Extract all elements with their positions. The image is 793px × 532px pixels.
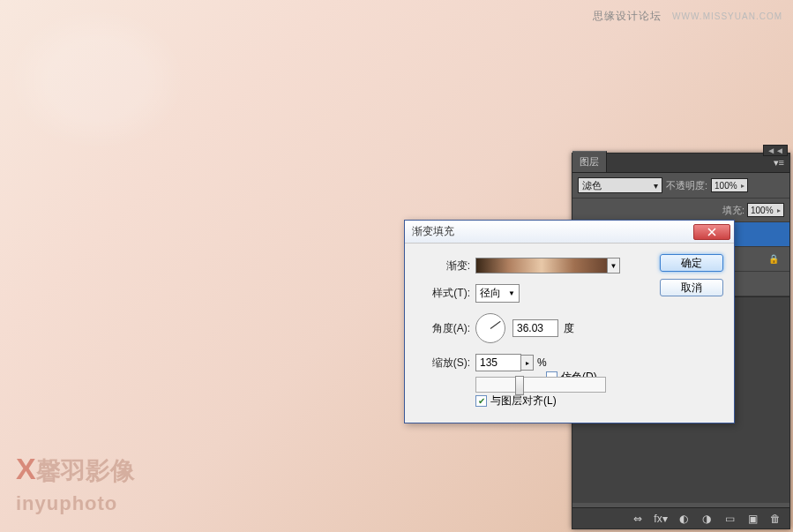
- close-icon: [707, 228, 716, 236]
- dialog-title: 渐变填充: [412, 224, 693, 239]
- cancel-button[interactable]: 取消: [660, 279, 723, 296]
- angle-label: 角度(A):: [415, 321, 470, 336]
- watermark-x: X: [16, 452, 36, 485]
- panel-collapse-icon[interactable]: ◄◄: [763, 145, 788, 156]
- dialog-body: 确定 取消 渐变: ▼ 样式(T): 径向 角度(A): 度 缩放(S): ▸ …: [405, 244, 734, 423]
- fx-icon[interactable]: fx▾: [654, 512, 668, 526]
- bg-architecture: [9, 9, 185, 150]
- fill-input[interactable]: 100%: [747, 203, 784, 217]
- gradient-label: 渐变:: [415, 259, 470, 273]
- fill-value: 100%: [751, 206, 774, 215]
- blend-opacity-row: 滤色 不透明度: 100%: [572, 173, 789, 199]
- blend-mode-select[interactable]: 滤色: [578, 177, 662, 193]
- align-label: 与图层对齐(L): [490, 393, 557, 408]
- panel-tabs: 图层 ▾≡: [572, 154, 789, 173]
- folder-icon[interactable]: ▭: [722, 512, 737, 526]
- opacity-value: 100%: [714, 181, 737, 191]
- fill-label: 填充:: [722, 204, 744, 217]
- watermark-main: 馨羽影像: [36, 457, 135, 484]
- scale-label: 缩放(S):: [415, 356, 470, 371]
- ok-button[interactable]: 确定: [660, 254, 723, 272]
- adjustment-icon[interactable]: ◑: [699, 512, 714, 526]
- angle-row: 角度(A): 度: [415, 313, 723, 343]
- opacity-input[interactable]: 100%: [711, 178, 748, 192]
- opacity-label: 不透明度:: [666, 179, 707, 192]
- lock-fill-row: 填充: 100%: [572, 199, 789, 222]
- link-layers-icon[interactable]: ⇔: [631, 512, 645, 526]
- dialog-titlebar[interactable]: 渐变填充: [405, 221, 734, 244]
- dialog-button-column: 确定 取消: [660, 254, 723, 296]
- panel-menu-icon[interactable]: ▾≡: [768, 157, 789, 169]
- scale-input[interactable]: [475, 354, 521, 371]
- close-button[interactable]: [693, 224, 730, 240]
- style-label: 样式(T):: [415, 286, 470, 301]
- watermark-sub: inyuphoto: [16, 492, 117, 514]
- scale-row: 缩放(S): ▸ %: [415, 354, 723, 371]
- blend-mode-value: 滤色: [582, 179, 602, 192]
- align-row: ✔ 与图层对齐(L): [475, 393, 723, 408]
- gradient-preview[interactable]: [475, 258, 608, 273]
- top-watermark: 思缘设计论坛 WWW.MISSYUAN.COM: [593, 9, 782, 24]
- angle-dial[interactable]: [475, 313, 505, 343]
- scale-stepper-icon[interactable]: ▸: [521, 355, 534, 371]
- tab-layers[interactable]: 图层: [572, 151, 607, 172]
- scale-slider[interactable]: [475, 377, 606, 393]
- new-layer-icon[interactable]: ▣: [745, 512, 759, 526]
- style-select[interactable]: 径向: [475, 284, 520, 303]
- mask-icon[interactable]: ◐: [677, 512, 691, 526]
- bottom-watermark: X馨羽影像 inyuphoto: [16, 452, 135, 516]
- gradient-fill-dialog: 渐变填充 确定 取消 渐变: ▼ 样式(T): 径向 角度(A): 度 缩: [404, 220, 735, 423]
- watermark-url: WWW.MISSYUAN.COM: [672, 11, 782, 21]
- watermark-cn: 思缘设计论坛: [593, 10, 662, 22]
- align-checkbox[interactable]: ✔: [475, 395, 487, 407]
- panel-footer: ⇔ fx▾ ◐ ◑ ▭ ▣ 🗑: [572, 507, 789, 528]
- gradient-dropdown-icon[interactable]: ▼: [608, 258, 620, 273]
- trash-icon[interactable]: 🗑: [768, 512, 782, 526]
- angle-unit: 度: [564, 321, 574, 336]
- scale-unit: %: [537, 356, 547, 369]
- slider-thumb[interactable]: [515, 376, 524, 395]
- style-value: 径向: [480, 286, 501, 301]
- angle-input[interactable]: [512, 319, 558, 337]
- lock-icon: 🔒: [768, 254, 786, 264]
